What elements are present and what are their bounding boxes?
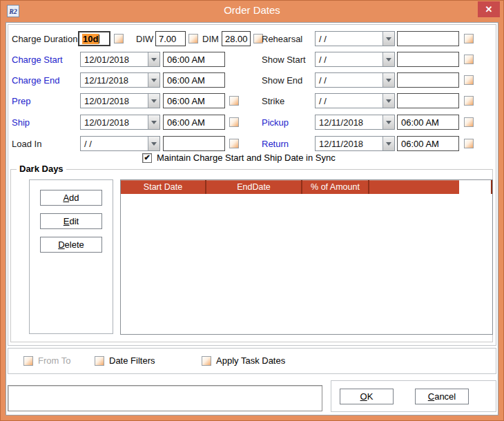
strike-time-field[interactable] bbox=[397, 93, 459, 108]
close-icon: ✕ bbox=[485, 4, 493, 14]
delete-button[interactable]: Delete bbox=[40, 237, 102, 253]
apply-task-dates-label: Apply Task Dates bbox=[216, 355, 285, 366]
column-header-filler bbox=[369, 180, 459, 194]
show-end-label: Show End bbox=[262, 75, 302, 86]
show-end-row: Show End / / bbox=[6, 72, 499, 88]
show-end-date-combo[interactable]: / / bbox=[315, 72, 395, 88]
show-end-date-value: / / bbox=[316, 73, 382, 87]
close-button[interactable]: ✕ bbox=[478, 1, 500, 17]
date-filters-filter: Date Filters bbox=[95, 355, 155, 366]
show-start-checkbox[interactable] bbox=[464, 55, 474, 64]
show-end-checkbox[interactable] bbox=[464, 75, 474, 85]
sync-checkbox-row: ✔ Maintain Charge Start and Ship Date in… bbox=[142, 153, 336, 163]
pickup-date-combo[interactable]: 12/11/2018 bbox=[315, 115, 395, 130]
column-header-percent-of-amount[interactable]: % of Amount bbox=[302, 180, 369, 194]
column-header-end-date[interactable]: EndDate bbox=[206, 180, 302, 194]
dark-days-table-header: Start Date EndDate % of Amount bbox=[121, 180, 492, 194]
chevron-down-icon[interactable] bbox=[382, 94, 394, 108]
return-date-combo[interactable]: 12/11/2018 bbox=[315, 136, 395, 151]
chevron-down-icon[interactable] bbox=[382, 73, 394, 87]
strike-row: Strike / / bbox=[6, 93, 499, 108]
chevron-down-icon[interactable] bbox=[382, 137, 394, 150]
strike-date-combo[interactable]: / / bbox=[315, 93, 395, 108]
pickup-label: Pickup bbox=[262, 117, 289, 128]
show-start-date-combo[interactable]: / / bbox=[315, 52, 395, 67]
table-header-end-cap bbox=[459, 180, 492, 194]
edit-button[interactable]: Edit bbox=[40, 213, 102, 229]
from-to-checkbox bbox=[23, 356, 33, 366]
apply-task-dates-checkbox[interactable] bbox=[202, 356, 211, 366]
pickup-date-value: 12/11/2018 bbox=[316, 115, 382, 129]
rehearsal-date-value: / / bbox=[316, 32, 382, 46]
show-end-time-field[interactable] bbox=[397, 72, 459, 88]
rehearsal-row: Rehearsal / / bbox=[6, 31, 499, 46]
dark-days-group: Dark Days Add Edit Delete Start Date End… bbox=[10, 169, 493, 342]
note-input[interactable] bbox=[8, 385, 322, 411]
dark-days-table[interactable]: Start Date EndDate % of Amount bbox=[120, 179, 493, 335]
from-to-label: From To bbox=[38, 355, 70, 366]
show-start-date-value: / / bbox=[316, 52, 382, 66]
dialog-buttons-panel: OK Cancel bbox=[331, 380, 496, 412]
show-start-time-field[interactable] bbox=[397, 52, 459, 67]
dark-days-title: Dark Days bbox=[17, 164, 66, 174]
sync-checkbox[interactable]: ✔ bbox=[142, 153, 152, 163]
strike-checkbox[interactable] bbox=[464, 96, 474, 106]
order-dates-dialog: R2 Order Dates ✕ Charge Duration 10d DIW… bbox=[0, 0, 504, 421]
rehearsal-time-field[interactable] bbox=[397, 31, 459, 46]
return-row: Return 12/11/2018 06:00 AM bbox=[6, 136, 499, 151]
date-filters-checkbox[interactable] bbox=[95, 356, 104, 366]
titlebar[interactable]: R2 Order Dates ✕ bbox=[0, 0, 504, 22]
return-date-value: 12/11/2018 bbox=[316, 137, 382, 150]
pickup-row: Pickup 12/11/2018 06:00 AM bbox=[6, 115, 499, 130]
show-start-label: Show Start bbox=[262, 55, 306, 65]
add-button[interactable]: Add bbox=[40, 190, 102, 206]
return-label: Return bbox=[262, 139, 289, 149]
date-filters-label: Date Filters bbox=[109, 355, 155, 366]
strike-date-value: / / bbox=[316, 94, 382, 108]
return-checkbox[interactable] bbox=[464, 139, 474, 148]
apply-task-dates-filter: Apply Task Dates bbox=[202, 355, 285, 366]
from-to-filter: From To bbox=[23, 355, 70, 366]
show-start-row: Show Start / / bbox=[6, 52, 499, 67]
rehearsal-checkbox[interactable] bbox=[464, 34, 474, 43]
pickup-checkbox[interactable] bbox=[464, 117, 474, 127]
rehearsal-date-combo[interactable]: / / bbox=[315, 31, 395, 46]
dialog-content: Charge Duration 10d DIW 7.00 DIM 28.00 C… bbox=[6, 22, 498, 415]
strike-label: Strike bbox=[262, 96, 284, 106]
dark-days-button-panel: Add Edit Delete bbox=[29, 179, 113, 334]
chevron-down-icon[interactable] bbox=[382, 52, 394, 66]
dialog-title: Order Dates bbox=[0, 4, 504, 16]
rehearsal-label: Rehearsal bbox=[262, 34, 302, 44]
filters-panel: From To Date Filters Apply Task Dates bbox=[8, 348, 496, 374]
chevron-down-icon[interactable] bbox=[382, 32, 394, 46]
chevron-down-icon[interactable] bbox=[382, 115, 394, 129]
ok-button[interactable]: OK bbox=[340, 389, 394, 404]
pickup-time-field[interactable]: 06:00 AM bbox=[397, 115, 459, 130]
cancel-button[interactable]: Cancel bbox=[415, 389, 469, 404]
return-time-field[interactable]: 06:00 AM bbox=[397, 136, 459, 151]
sync-checkbox-label: Maintain Charge Start and Ship Date in S… bbox=[157, 153, 336, 163]
column-header-start-date[interactable]: Start Date bbox=[121, 180, 206, 194]
check-icon: ✔ bbox=[144, 153, 150, 162]
